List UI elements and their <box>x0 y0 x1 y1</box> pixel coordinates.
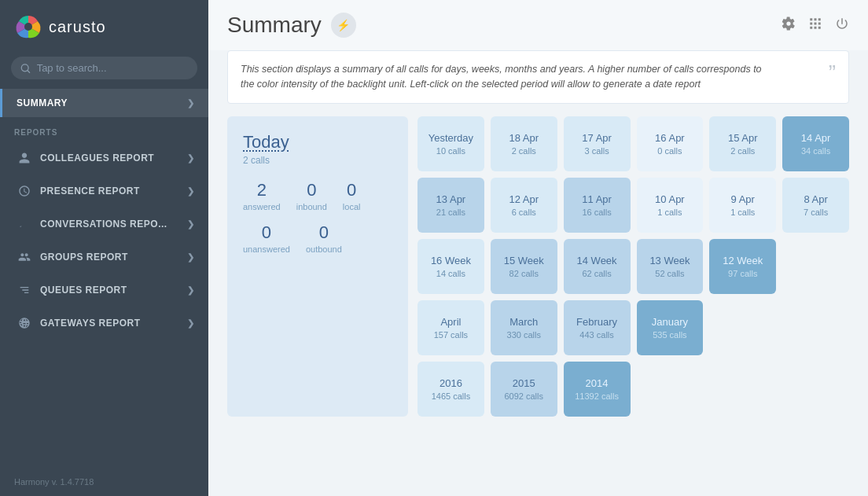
card-title: 16 Week <box>424 255 478 266</box>
lightning-button[interactable]: ⚡ <box>331 13 356 38</box>
content-area: This section displays a summary of all c… <box>208 50 868 496</box>
search-input[interactable] <box>37 62 188 74</box>
period-card-16week[interactable]: 16 Week 14 calls <box>417 239 484 294</box>
colleagues-label: COLLEAGUES REPORT <box>40 152 154 163</box>
topbar: Summary ⚡ <box>208 0 868 50</box>
card-subtitle: 0 calls <box>643 146 697 156</box>
card-subtitle: 1 calls <box>715 208 770 217</box>
period-card-2016[interactable]: 2016 1465 calls <box>417 362 484 417</box>
period-card-15apr[interactable]: 15 Apr 2 calls <box>709 116 776 171</box>
svg-point-0 <box>24 23 32 31</box>
card-subtitle: 6 calls <box>497 208 551 217</box>
version-info: Harmony v. 1.4.7718 <box>0 468 208 496</box>
main-content: Summary ⚡ This section displays a summar… <box>208 0 868 496</box>
logo-icon <box>14 13 42 41</box>
period-card-2014[interactable]: 2014 11392 calls <box>564 362 631 417</box>
period-card-8apr[interactable]: 8 Apr 7 calls <box>782 178 849 233</box>
period-card-9apr[interactable]: 9 Apr 1 calls <box>709 178 776 233</box>
chat-icon <box>17 216 32 232</box>
sidebar-item-gateways[interactable]: GATEWAYS REPORT ❯ <box>0 307 208 340</box>
card-subtitle: 14 calls <box>424 269 478 278</box>
card-title: 11 Apr <box>570 193 624 205</box>
gateways-label: GATEWAYS REPORT <box>40 318 141 329</box>
today-calls: 2 calls <box>243 155 392 166</box>
sidebar-item-summary[interactable]: SUMMARY ❯ <box>0 89 208 117</box>
group-icon <box>17 249 32 265</box>
period-cards-grid: Yesterday 10 calls 18 Apr 2 calls 17 Apr… <box>417 116 849 417</box>
card-title: 12 Week <box>715 255 770 266</box>
unanswered-stat: 0 unanswered <box>243 222 290 254</box>
logo-text: carusto <box>49 18 106 36</box>
card-subtitle: 6092 calls <box>497 391 551 401</box>
period-card-11apr[interactable]: 11 Apr 16 calls <box>564 178 631 233</box>
card-subtitle: 21 calls <box>424 208 478 217</box>
sidebar-item-queues[interactable]: QUEUES REPORT ❯ <box>0 274 208 307</box>
groups-label: GROUPS REPORT <box>40 252 128 263</box>
period-card-14apr[interactable]: 14 Apr 34 calls <box>782 116 849 171</box>
card-subtitle: 535 calls <box>643 330 697 340</box>
sidebar-item-presence[interactable]: PRESENCE REPORT ❯ <box>0 175 208 208</box>
power-icon[interactable] <box>835 17 849 34</box>
period-card-15week[interactable]: 15 Week 82 calls <box>491 239 557 294</box>
period-card-16apr[interactable]: 16 Apr 0 calls <box>637 116 704 171</box>
reports-section-header: REPORTS <box>0 117 208 141</box>
today-card[interactable]: Today 2 calls 2 answered 0 inbound 0 loc… <box>227 116 408 417</box>
svg-line-2 <box>28 70 30 72</box>
clock-icon <box>17 183 32 199</box>
period-card-12week[interactable]: 12 Week 97 calls <box>709 239 776 294</box>
card-title: 2015 <box>497 377 551 389</box>
outbound-stat: 0 outbound <box>306 222 342 254</box>
topbar-left: Summary ⚡ <box>227 13 356 38</box>
outbound-num: 0 <box>306 222 342 243</box>
topbar-icons <box>782 17 849 34</box>
summary-chevron-icon: ❯ <box>187 98 195 108</box>
sidebar-summary-label: SUMMARY <box>17 97 68 108</box>
logo-area: carusto <box>0 0 208 53</box>
card-title: 17 Apr <box>570 132 624 144</box>
period-card-february[interactable]: February 443 calls <box>564 300 631 355</box>
card-subtitle: 330 calls <box>497 330 551 340</box>
unanswered-label: unanswered <box>243 244 290 254</box>
period-card-2015[interactable]: 2015 6092 calls <box>491 362 557 417</box>
quote-icon: ” <box>829 62 836 84</box>
local-stat: 0 local <box>343 180 361 211</box>
period-card-18apr[interactable]: 18 Apr 2 calls <box>491 116 557 171</box>
period-card-12apr[interactable]: 12 Apr 6 calls <box>491 178 557 233</box>
period-card-13apr[interactable]: 13 Apr 21 calls <box>417 178 484 233</box>
card-title: 13 Week <box>643 255 697 266</box>
conversations-label: CONVERSATIONS REPO... <box>40 219 167 230</box>
card-subtitle: 97 calls <box>715 269 770 278</box>
card-subtitle: 1465 calls <box>424 391 478 401</box>
card-title: 2014 <box>570 377 624 389</box>
globe-icon <box>17 315 32 331</box>
settings-icon[interactable] <box>782 17 796 34</box>
colleagues-chevron-icon: ❯ <box>187 153 195 163</box>
sidebar-item-conversations[interactable]: CONVERSATIONS REPO... ❯ <box>0 208 208 241</box>
grid-icon[interactable] <box>808 17 822 34</box>
period-card-january[interactable]: January 535 calls <box>637 300 704 355</box>
card-title: April <box>424 316 478 328</box>
card-title: March <box>497 316 551 328</box>
card-title: 13 Apr <box>424 193 478 205</box>
card-subtitle: 11392 calls <box>570 391 624 401</box>
description-text: This section displays a summary of all c… <box>241 62 776 92</box>
year-empty-1 <box>637 362 704 417</box>
card-title: 2016 <box>424 377 478 389</box>
sidebar-item-colleagues[interactable]: COLLEAGUES REPORT ❯ <box>0 141 208 175</box>
period-card-april[interactable]: April 157 calls <box>417 300 484 355</box>
description-box: This section displays a summary of all c… <box>227 50 849 104</box>
card-title: 15 Week <box>497 255 551 266</box>
period-card-10apr[interactable]: 10 Apr 1 calls <box>637 178 704 233</box>
queues-label: QUEUES REPORT <box>40 285 127 296</box>
card-subtitle: 82 calls <box>497 269 551 278</box>
period-card-13week[interactable]: 13 Week 52 calls <box>637 239 704 294</box>
period-card-17apr[interactable]: 17 Apr 3 calls <box>564 116 631 171</box>
sidebar-item-groups[interactable]: GROUPS REPORT ❯ <box>0 241 208 274</box>
card-title: 10 Apr <box>643 193 697 205</box>
period-card-yesterday[interactable]: Yesterday 10 calls <box>417 116 484 171</box>
card-title: February <box>570 316 624 328</box>
presence-chevron-icon: ❯ <box>187 186 195 197</box>
period-card-march[interactable]: March 330 calls <box>491 300 557 355</box>
period-card-14week[interactable]: 14 Week 62 calls <box>564 239 631 294</box>
search-box[interactable] <box>11 57 197 79</box>
